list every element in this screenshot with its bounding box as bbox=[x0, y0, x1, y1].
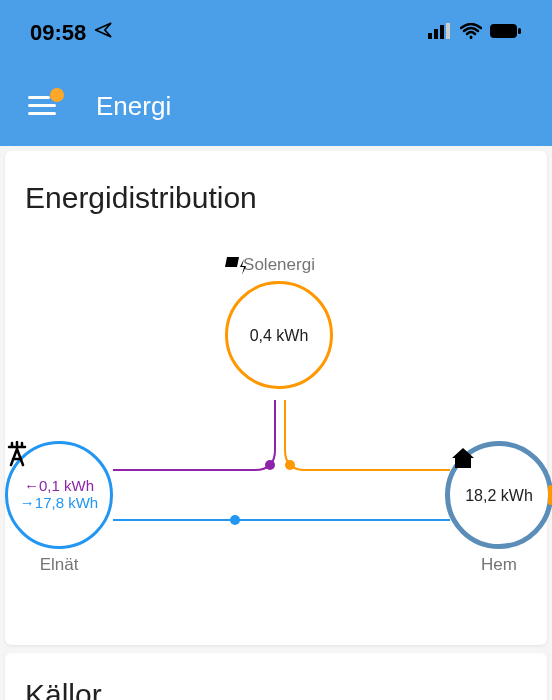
svg-point-8 bbox=[265, 460, 275, 470]
home-node: 18,2 kWh Hem bbox=[445, 441, 552, 575]
svg-point-7 bbox=[285, 460, 295, 470]
grid-export-value: ←0,1 kWh bbox=[24, 477, 94, 494]
svg-rect-1 bbox=[434, 29, 438, 39]
notification-badge-icon bbox=[50, 88, 64, 102]
wifi-icon bbox=[460, 23, 482, 43]
grid-label: Elnät bbox=[40, 555, 79, 575]
energy-flow-diagram: Solenergi 0,4 kWh ←0,1 kWh →17,8 kWh bbox=[25, 255, 527, 615]
svg-rect-2 bbox=[440, 25, 444, 39]
solar-value: 0,4 kWh bbox=[250, 327, 309, 345]
app-bar: Energi bbox=[0, 66, 552, 146]
svg-rect-3 bbox=[446, 23, 450, 39]
svg-rect-5 bbox=[490, 24, 517, 38]
grid-import-value: →17,8 kWh bbox=[20, 494, 98, 511]
svg-rect-6 bbox=[518, 28, 521, 34]
grid-circle[interactable]: ←0,1 kWh →17,8 kWh bbox=[5, 441, 113, 549]
solar-circle[interactable]: 0,4 kWh bbox=[225, 281, 333, 389]
home-value: 18,2 kWh bbox=[465, 487, 533, 505]
status-time: 09:58 bbox=[30, 20, 86, 46]
home-circle[interactable]: 18,2 kWh bbox=[445, 441, 552, 549]
svg-rect-0 bbox=[428, 33, 432, 39]
grid-node: ←0,1 kWh →17,8 kWh Elnät bbox=[5, 441, 113, 575]
solar-node: Solenergi 0,4 kWh bbox=[225, 255, 333, 389]
sources-title: Källor bbox=[25, 678, 527, 700]
location-icon bbox=[94, 20, 114, 46]
card-title: Energidistribution bbox=[25, 181, 527, 215]
energy-distribution-card: Energidistribution Solenergi bbox=[5, 151, 547, 645]
home-label: Hem bbox=[481, 555, 517, 575]
page-title: Energi bbox=[96, 91, 171, 122]
menu-button[interactable] bbox=[28, 94, 56, 118]
signal-icon bbox=[428, 23, 452, 43]
status-bar: 09:58 bbox=[0, 0, 552, 66]
content: Energidistribution Solenergi bbox=[0, 146, 552, 700]
grid-values: ←0,1 kWh →17,8 kWh bbox=[20, 477, 98, 511]
sources-card: Källor bbox=[5, 653, 547, 700]
solar-label: Solenergi bbox=[243, 255, 315, 275]
svg-point-9 bbox=[230, 515, 240, 525]
status-right bbox=[428, 23, 522, 43]
svg-point-4 bbox=[470, 36, 473, 39]
status-left: 09:58 bbox=[30, 20, 114, 46]
battery-icon bbox=[490, 23, 522, 43]
